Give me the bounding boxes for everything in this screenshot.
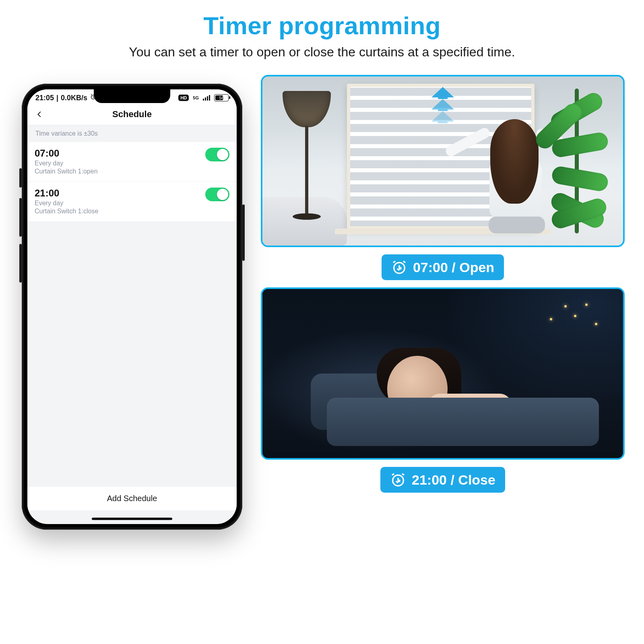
phone-button-volume-down [19,244,22,283]
page-subtitle: You can set a timer to open or close the… [16,45,628,60]
open-time-badge: 07:00 / Open [382,254,504,280]
svg-marker-3 [431,111,454,123]
schedule-action: Curtain Switch 1:close [35,208,98,215]
schedule-action: Curtain Switch 1:open [35,168,98,175]
schedule-repeat: Every day [35,160,98,167]
close-time-label: 21:00 / Close [412,472,495,488]
signal-bars-icon [203,95,210,101]
phone-screen: 21:05 | 0.0KB/s HD 5G [27,89,237,524]
phone-notch [94,89,170,103]
arrow-up-icon [430,87,456,123]
schedule-time: 07:00 [35,148,98,159]
phone-frame: 21:05 | 0.0KB/s HD 5G [22,84,242,530]
close-time-badge: 21:00 / Close [380,467,505,493]
back-button[interactable] [31,106,47,122]
time-variance-notice: Time variance is ±30s [27,125,237,142]
floor-lamp-icon [270,91,335,220]
status-net-speed: 0.0KB/s [61,94,87,102]
schedule-row[interactable]: 07:00 Every day Curtain Switch 1:open [27,142,237,182]
schedule-toggle[interactable] [205,148,229,161]
signal-type: 5G [193,95,199,100]
svg-marker-2 [431,99,454,111]
scene-morning [261,75,625,247]
schedule-time: 21:00 [35,188,98,199]
screen-title: Schedule [112,109,152,120]
alarm-clock-icon [390,472,406,488]
svg-marker-1 [431,87,454,99]
schedule-row[interactable]: 21:00 Every day Curtain Switch 1:close [27,182,237,222]
battery-percent: 54 [215,96,228,100]
status-time: 21:05 [35,94,54,102]
chevron-left-icon [35,110,44,119]
phone-button-volume-up [19,198,22,237]
app-bar: Schedule [27,104,237,125]
plant-icon [536,93,625,246]
home-indicator[interactable] [92,518,172,520]
phone-button-power [242,204,245,261]
schedule-repeat: Every day [35,200,98,207]
person-sleeping-icon [311,345,599,446]
status-separator: | [56,94,58,102]
schedule-toggle[interactable] [205,188,229,201]
add-schedule-button[interactable]: Add Schedule [27,486,237,510]
scene-night [261,287,625,460]
page-title: Timer programming [0,11,644,40]
alarm-clock-icon [391,259,407,275]
hd-badge: HD [178,95,189,101]
open-time-label: 07:00 / Open [413,260,494,275]
battery-icon: 54 [214,94,229,101]
schedule-list: 07:00 Every day Curtain Switch 1:open 21… [27,142,237,222]
phone-button-silence [19,168,22,188]
